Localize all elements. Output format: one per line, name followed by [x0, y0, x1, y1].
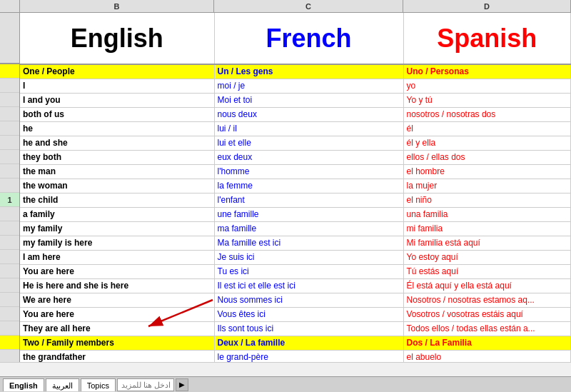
table-row: He is here and she is here Il est ici et…	[20, 278, 571, 293]
table-row: my family ma famille mi familia	[20, 221, 571, 236]
table-row: I moi / je yo	[20, 79, 571, 93]
data-table: English French Spanish One / People Un /…	[20, 13, 571, 362]
header-english: English	[20, 13, 214, 64]
table-row: they both eux deux ellos / ellas dos	[20, 150, 571, 164]
category-row-1: One / People Un / Les gens Uno / Persona…	[20, 64, 571, 79]
table-row: both of us nous deux nosotros / nosotras…	[20, 107, 571, 121]
row-num-1: 1	[0, 193, 19, 207]
table-row: the child l'enfant el niño	[20, 193, 571, 207]
table-row: I and you Moi et toi Yo y tú	[20, 93, 571, 107]
category-row-2: Two / Family members Deux / La famille D…	[20, 336, 571, 350]
cat2-french: Deux / La famille	[214, 336, 403, 350]
col-header-c: C	[214, 0, 403, 12]
table-row: They are all here Ils sont tous ici Todo…	[20, 321, 571, 336]
table-content: English French Spanish One / People Un /…	[20, 13, 571, 362]
column-header-row: B C D	[0, 0, 571, 13]
table-row: the man l'homme el hombre	[20, 164, 571, 179]
table-row: he and she lui et elle él y ella	[20, 136, 571, 150]
header-french: French	[214, 13, 403, 64]
tab-icon[interactable]: ▶	[176, 378, 188, 391]
table-row: a family une famille una familia	[20, 207, 571, 221]
table-row: I am here Je suis ici Yo estoy aquí	[20, 250, 571, 264]
cat1-french: Un / Les gens	[214, 64, 403, 79]
tab-input[interactable]	[117, 378, 174, 391]
cat1-english: One / People	[20, 64, 214, 79]
cat1-spanish: Uno / Personas	[403, 64, 571, 79]
cat2-english: Two / Family members	[20, 336, 214, 350]
table-header-row: English French Spanish	[20, 13, 571, 64]
tab-arabic[interactable]: العربية	[46, 378, 79, 391]
sheet-tab-bar: English العربية Topics ▶	[0, 376, 571, 392]
header-spanish: Spanish	[403, 13, 571, 64]
horizontal-scrollbar[interactable]	[0, 362, 571, 376]
table-row: You are here Tu es ici Tú estás aquí	[20, 264, 571, 278]
table-row: the grandfather le grand-père el abuelo	[20, 350, 571, 362]
spreadsheet: B C D 1	[0, 0, 571, 392]
table-row: my family is here Ma famille est ici Mi …	[20, 236, 571, 250]
table-row: he lui / il él	[20, 121, 571, 136]
table-row: the woman la femme la mujer	[20, 179, 571, 193]
table-row: You are here Vous êtes ici Vosotros / vo…	[20, 307, 571, 321]
tab-topics[interactable]: Topics	[81, 378, 116, 391]
row-numbers: 1	[0, 13, 20, 362]
col-header-d: D	[403, 0, 571, 12]
main-area: 1	[0, 13, 571, 362]
col-header-b: B	[20, 0, 214, 12]
col-header-a	[0, 0, 20, 12]
table-row: We are here Nous sommes ici Nosotros / n…	[20, 293, 571, 307]
tab-english[interactable]: English	[3, 378, 44, 391]
cat2-spanish: Dos / La Familia	[403, 336, 571, 350]
